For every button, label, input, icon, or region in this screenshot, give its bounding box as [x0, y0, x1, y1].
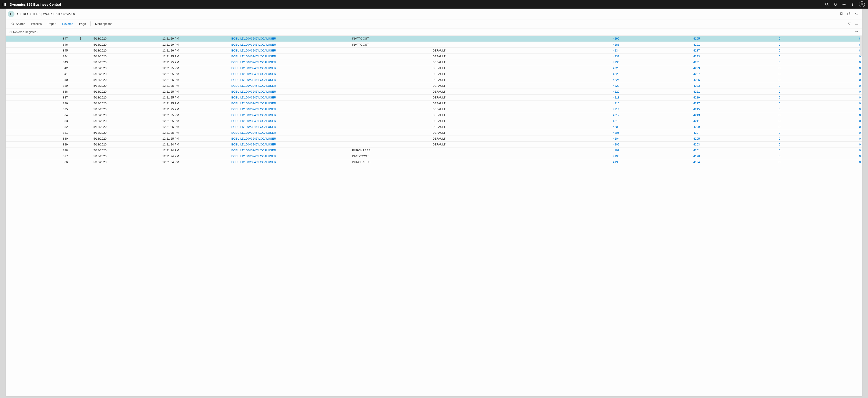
more-vertical-icon[interactable]: ⋮ [79, 37, 82, 40]
bookmark-icon[interactable] [840, 12, 843, 15]
cell-to-entry-link[interactable]: 4287 [621, 47, 701, 53]
collapse-icon[interactable] [855, 12, 858, 15]
cell-row-menu[interactable] [69, 141, 92, 147]
cell-to-entry-link[interactable]: 4205 [621, 135, 701, 141]
cell-from-entry-link[interactable]: 4234 [529, 47, 621, 53]
cell-to-entry-link[interactable]: 4211 [621, 118, 701, 124]
cell-value-2[interactable]: 0 [782, 89, 862, 94]
settings-icon[interactable] [842, 2, 846, 6]
cell-from-entry-link[interactable]: 4232 [529, 53, 621, 59]
cell-user-link[interactable]: BCBUILD100V3246\LOCALUSER [230, 106, 350, 112]
cell-user-link[interactable]: BCBUILD100V3246\LOCALUSER [230, 71, 350, 77]
cell-row-menu[interactable] [69, 153, 92, 159]
cell-user-link[interactable]: BCBUILD100V3246\LOCALUSER [230, 124, 350, 130]
cell-row-menu[interactable]: ⋮ [69, 36, 92, 41]
cell-user-link[interactable]: BCBUILD100V3246\LOCALUSER [230, 77, 350, 83]
cell-to-entry-link[interactable]: 4219 [621, 94, 701, 100]
cell-to-entry-link[interactable]: 4229 [621, 65, 701, 71]
cell-row-menu[interactable] [69, 83, 92, 89]
cell-from-entry-link[interactable]: 4210 [529, 118, 621, 124]
cell-from-entry-link[interactable]: 4230 [529, 59, 621, 65]
cell-to-entry-link[interactable]: 4194 [621, 159, 701, 165]
cell-value-1[interactable]: 0 [701, 106, 782, 112]
cell-value-1[interactable]: 0 [701, 71, 782, 77]
notifications-icon[interactable] [833, 2, 838, 6]
cell-user-link[interactable]: BCBUILD100V3246\LOCALUSER [230, 112, 350, 118]
cell-to-entry-link[interactable]: 4223 [621, 83, 701, 89]
table-row[interactable]: 8325/18/202012:21:25 PMBCBUILD100V3246\L… [6, 124, 862, 130]
cell-user-link[interactable]: BCBUILD100V3246\LOCALUSER [230, 100, 350, 106]
cell-user-link[interactable]: BCBUILD100V3246\LOCALUSER [230, 94, 350, 100]
cell-row-menu[interactable] [69, 118, 92, 124]
cell-user-link[interactable]: BCBUILD100V3246\LOCALUSER [230, 59, 350, 65]
cell-from-entry-link[interactable]: 4216 [529, 100, 621, 106]
table-row[interactable]: 8335/18/202012:21:25 PMBCBUILD100V3246\L… [6, 118, 862, 124]
cell-row-menu[interactable] [69, 41, 92, 47]
cell-from-entry-link[interactable]: 4222 [529, 83, 621, 89]
cell-from-entry-link[interactable]: 4202 [529, 141, 621, 147]
cell-from-entry-link[interactable]: 4214 [529, 106, 621, 112]
reverse-register-button[interactable]: Reverse Register... [8, 30, 38, 34]
cell-value-1[interactable]: 0 [701, 83, 782, 89]
cell-value-1[interactable]: 0 [701, 41, 782, 47]
cell-value-2[interactable]: 0 [782, 124, 862, 130]
table-row[interactable]: 8425/18/202012:21:25 PMBCBUILD100V3246\L… [6, 65, 862, 71]
cell-to-entry-link[interactable]: 4196 [621, 153, 701, 159]
help-icon[interactable] [850, 2, 855, 6]
cell-row-menu[interactable] [69, 59, 92, 65]
cell-row-menu[interactable] [69, 100, 92, 106]
cell-user-link[interactable]: BCBUILD100V3246\LOCALUSER [230, 89, 350, 94]
cell-row-menu[interactable] [69, 71, 92, 77]
scrollbar[interactable] [860, 36, 862, 56]
cell-from-entry-link[interactable]: 4218 [529, 94, 621, 100]
table-row[interactable]: 8385/18/202012:21:25 PMBCBUILD100V3246\L… [6, 89, 862, 94]
table-row[interactable]: 8315/18/202012:21:25 PMBCBUILD100V3246\L… [6, 130, 862, 135]
table-row[interactable]: 8355/18/202012:21:25 PMBCBUILD100V3246\L… [6, 106, 862, 112]
cell-to-entry-link[interactable]: 4203 [621, 141, 701, 147]
table-row[interactable]: 8285/18/202012:21:24 PMBCBUILD100V3246\L… [6, 147, 862, 153]
cell-value-2[interactable]: 0 [782, 65, 862, 71]
table-row[interactable]: 8455/18/202012:21:26 PMBCBUILD100V3246\L… [6, 47, 862, 53]
app-launcher-icon[interactable] [2, 2, 6, 7]
cell-row-menu[interactable] [69, 112, 92, 118]
cell-value-2[interactable]: 0 [782, 47, 862, 53]
cell-user-link[interactable]: BCBUILD100V3246\LOCALUSER [230, 159, 350, 165]
cell-value-2[interactable]: 0 [782, 159, 862, 165]
cell-value-2[interactable]: 0 [782, 118, 862, 124]
cell-value-1[interactable]: 0 [701, 159, 782, 165]
cell-from-entry-link[interactable]: 4208 [529, 124, 621, 130]
cell-from-entry-link[interactable]: 4197 [529, 147, 621, 153]
cell-to-entry-link[interactable]: 4213 [621, 112, 701, 118]
cell-to-entry-link[interactable]: 4291 [621, 41, 701, 47]
cell-user-link[interactable]: BCBUILD100V3246\LOCALUSER [230, 141, 350, 147]
cell-user-link[interactable]: BCBUILD100V3246\LOCALUSER [230, 53, 350, 59]
cell-from-entry-link[interactable]: 4226 [529, 71, 621, 77]
cell-to-entry-link[interactable]: 4225 [621, 77, 701, 83]
table-row[interactable]: 8445/18/202012:21:25 PMBCBUILD100V3246\L… [6, 53, 862, 59]
cell-row-menu[interactable] [69, 89, 92, 94]
cell-from-entry-link[interactable]: 4204 [529, 135, 621, 141]
cell-user-link[interactable]: BCBUILD100V3246\LOCALUSER [230, 135, 350, 141]
cell-from-entry-link[interactable]: 4220 [529, 89, 621, 94]
cell-row-menu[interactable] [69, 65, 92, 71]
cell-value-1[interactable]: 0 [701, 94, 782, 100]
table-row[interactable]: 8435/18/202012:21:25 PMBCBUILD100V3246\L… [6, 59, 862, 65]
list-view-icon[interactable] [855, 22, 858, 26]
cell-value-2[interactable]: 0 [782, 147, 862, 153]
cell-user-link[interactable]: BCBUILD100V3246\LOCALUSER [230, 153, 350, 159]
cell-to-entry-link[interactable]: 4295 [621, 36, 701, 41]
cell-to-entry-link[interactable]: 4227 [621, 71, 701, 77]
cell-value-2[interactable]: 0 [782, 77, 862, 83]
cell-from-entry-link[interactable]: 4292 [529, 36, 621, 41]
table-row[interactable]: 8275/18/202012:21:24 PMBCBUILD100V3246\L… [6, 153, 862, 159]
cell-user-link[interactable]: BCBUILD100V3246\LOCALUSER [230, 36, 350, 41]
cell-value-1[interactable]: 0 [701, 47, 782, 53]
filter-icon[interactable] [848, 22, 851, 26]
table-row[interactable]: 8265/18/202012:21:24 PMBCBUILD100V3246\L… [6, 159, 862, 165]
cell-from-entry-link[interactable]: 4228 [529, 65, 621, 71]
cell-user-link[interactable]: BCBUILD100V3246\LOCALUSER [230, 47, 350, 53]
table-row[interactable]: 8405/18/202012:21:25 PMBCBUILD100V3246\L… [6, 77, 862, 83]
cell-to-entry-link[interactable]: 4209 [621, 124, 701, 130]
cell-to-entry-link[interactable]: 4207 [621, 130, 701, 135]
table-row[interactable]: 847⋮5/18/202012:21:29 PMBCBUILD100V3246\… [6, 36, 862, 41]
